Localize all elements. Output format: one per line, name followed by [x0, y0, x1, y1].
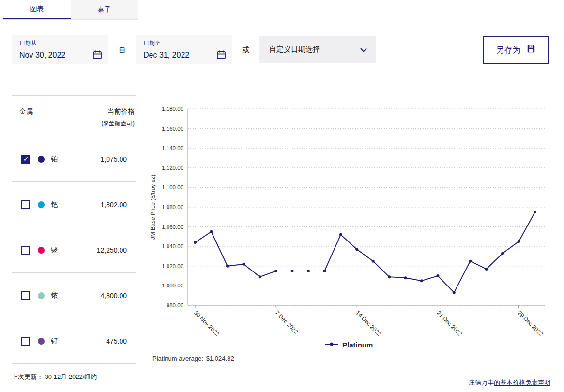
date-to-field[interactable]: 日期至 Dec 31, 2022 [136, 35, 232, 64]
metal-checkbox[interactable] [21, 337, 30, 346]
tab-table[interactable]: 桌子 [71, 0, 138, 19]
or-text: 或 [242, 45, 249, 55]
metal-price: 1,075.00 [101, 155, 127, 163]
date-from-field[interactable]: 日期从 Nov 30, 2022 [12, 35, 108, 64]
metal-color-dot [38, 292, 45, 299]
svg-text:1,080.00: 1,080.00 [162, 204, 183, 210]
save-icon [527, 45, 535, 56]
svg-text:1,060.00: 1,060.00 [162, 224, 183, 230]
metal-row-rhodium: 铑 12,250.00 [12, 227, 136, 273]
metal-name: 钌 [51, 337, 58, 346]
svg-text:30 Nov 2022: 30 Nov 2022 [193, 309, 221, 337]
save-as-label: 另存为 [496, 45, 521, 56]
legend-label: Platinum [342, 341, 373, 349]
calendar-icon[interactable] [216, 50, 226, 61]
legend-marker-icon [325, 340, 338, 349]
disclaimer-prefix: 庄信万丰 [469, 379, 494, 386]
metal-color-dot [38, 338, 45, 345]
date-preset-dropdown-value: 自定义日期选择 [269, 45, 320, 54]
metal-color-dot [38, 156, 45, 163]
tab-table-label: 桌子 [98, 5, 111, 14]
metal-checkbox[interactable] [21, 200, 30, 209]
metal-name: 铑 [51, 246, 58, 255]
calendar-icon[interactable] [92, 50, 102, 61]
date-to-label: 日期至 [143, 39, 225, 47]
disclaimer-link[interactable]: 庄信万丰的基本价格免责声明 [469, 378, 550, 387]
save-as-button[interactable]: 另存为 [483, 36, 549, 64]
date-preset-dropdown[interactable]: 自定义日期选择 [259, 36, 376, 63]
price-chart: 980.001,000.001,020.001,040.001,060.001,… [145, 97, 554, 361]
column-metal: 金属 [19, 107, 33, 116]
metal-row-platinum: 铂 1,075.00 [12, 136, 136, 182]
svg-text:1,100.00: 1,100.00 [162, 184, 183, 190]
view-tabs: 图表 桌子 [3, 0, 138, 20]
svg-text:1,040.00: 1,040.00 [162, 243, 183, 249]
chart-legend[interactable]: Platinum [325, 340, 373, 349]
metal-price: 475.00 [106, 337, 127, 345]
date-from-label: 日期从 [19, 39, 101, 47]
svg-text:14 Dec 2022: 14 Dec 2022 [354, 309, 382, 337]
svg-text:1,180.00: 1,180.00 [162, 106, 183, 112]
metal-checkbox[interactable] [21, 291, 30, 300]
disclaimer-link-text: 的基本价格免责声明 [494, 379, 550, 386]
metal-name: 钯 [51, 200, 58, 209]
date-to-value: Dec 31, 2022 [143, 51, 225, 60]
metal-price: 1,802.00 [101, 201, 127, 209]
metal-color-dot [38, 201, 45, 208]
svg-text:980.00: 980.00 [167, 302, 183, 308]
metals-table: 金属 当前价格 ($/金衡盎司) 铂 1,075.00 钯 1,802.00 铑… [12, 95, 136, 364]
chevron-down-icon [360, 45, 367, 54]
svg-text:7 Dec 2022: 7 Dec 2022 [274, 309, 300, 335]
average-label: Platinum average: [152, 355, 203, 362]
svg-text:21 Dec 2022: 21 Dec 2022 [435, 309, 463, 337]
average-value: $1,024.82 [206, 355, 234, 362]
metal-name: 铂 [51, 155, 58, 164]
svg-text:1,160.00: 1,160.00 [162, 126, 183, 132]
tab-chart[interactable]: 图表 [3, 0, 71, 19]
metal-row-palladium: 钯 1,802.00 [12, 182, 136, 227]
tab-chart-label: 图表 [30, 5, 44, 14]
average-text: Platinum average:$1,024.82 [152, 355, 234, 362]
svg-text:1,000.00: 1,000.00 [162, 283, 183, 288]
metal-row-ruthenium: 钌 475.00 [12, 318, 136, 364]
metals-table-header: 金属 当前价格 ($/金衡盎司) [12, 95, 136, 136]
metal-price: 12,250.00 [97, 246, 127, 254]
column-price: 当前价格 [101, 107, 135, 116]
date-from-value: Nov 30, 2022 [19, 51, 101, 60]
svg-text:1,120.00: 1,120.00 [162, 165, 183, 171]
last-updated-text: 上次更新： 30 12月 2022/纽约 [12, 373, 97, 381]
svg-text:JM Base Price ($/troy oz): JM Base Price ($/troy oz) [150, 175, 156, 240]
metal-checkbox[interactable] [21, 155, 30, 164]
metal-price: 4,800.00 [101, 292, 127, 300]
column-price-unit: ($/金衡盎司) [101, 120, 135, 128]
svg-text:1,140.00: 1,140.00 [162, 145, 183, 151]
metal-row-iridium: 铱 4,800.00 [12, 273, 136, 318]
svg-text:29 Dec 2022: 29 Dec 2022 [516, 309, 544, 337]
metal-color-dot [38, 247, 45, 254]
page: 图表 桌子 日期从 Nov 30, 2022 自 日期至 Dec 31, 202… [0, 0, 564, 392]
date-connector-text: 自 [119, 45, 126, 55]
metal-checkbox[interactable] [21, 246, 30, 255]
metal-name: 铱 [51, 291, 58, 300]
svg-text:1,020.00: 1,020.00 [162, 263, 183, 269]
